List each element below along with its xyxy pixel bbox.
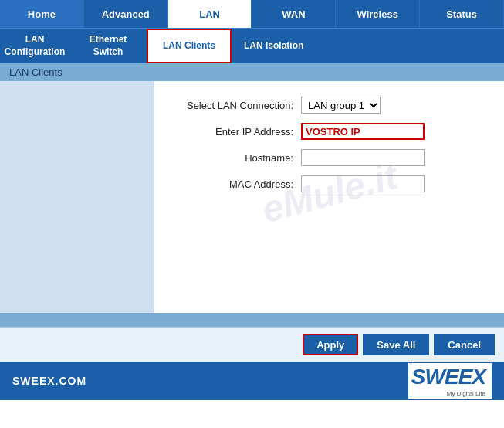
nav-lan[interactable]: LAN [168, 0, 252, 28]
subnav-lan-config[interactable]: LAN Configuration [0, 29, 69, 63]
sweex-tagline: My Digital Life [447, 390, 485, 397]
hostname-row: Hostname: [178, 149, 481, 166]
hostname-input[interactable] [301, 149, 425, 166]
ip-address-input[interactable] [301, 123, 425, 140]
select-lan-dropdown[interactable]: LAN group 1 LAN group 2 [301, 97, 381, 114]
mac-address-input[interactable] [301, 175, 425, 192]
breadcrumb: LAN Clients [0, 63, 504, 81]
nav-wan[interactable]: WAN [252, 0, 336, 28]
subnav-lan-isolation[interactable]: LAN Isolation [232, 29, 316, 63]
nav-home[interactable]: Home [0, 0, 84, 28]
sweex-text: SWEEX [411, 365, 485, 389]
save-all-button[interactable]: Save All [363, 334, 429, 355]
footer-brand: SWEEX.COM [12, 375, 86, 387]
action-bar: Apply Save All Cancel [0, 327, 504, 362]
cancel-button[interactable]: Cancel [434, 334, 495, 355]
select-lan-row: Select LAN Connection: LAN group 1 LAN g… [178, 97, 481, 114]
footer: SWEEX.COM SWEEX My Digital Life [0, 362, 504, 400]
sub-nav: LAN Configuration Ethernet Switch LAN Cl… [0, 28, 504, 63]
sidebar [0, 81, 154, 313]
sweex-logo: SWEEX My Digital Life [408, 363, 492, 399]
mac-address-row: MAC Address: [178, 175, 481, 192]
hostname-label: Hostname: [178, 152, 301, 164]
action-spacer [0, 313, 504, 327]
ip-address-label: Enter IP Address: [178, 126, 301, 138]
content-area: eMule.it Select LAN Connection: LAN grou… [0, 81, 504, 313]
select-lan-label: Select LAN Connection: [178, 100, 301, 111]
nav-status[interactable]: Status [420, 0, 504, 28]
mac-address-label: MAC Address: [178, 178, 301, 190]
top-nav: Home Advanced LAN WAN Wireless Status [0, 0, 504, 28]
subnav-lan-clients[interactable]: LAN Clients [147, 29, 232, 63]
apply-button[interactable]: Apply [303, 334, 358, 355]
sweex-box: SWEEX My Digital Life [408, 363, 492, 399]
nav-wireless[interactable]: Wireless [336, 0, 420, 28]
main-panel: eMule.it Select LAN Connection: LAN grou… [154, 81, 504, 313]
nav-advanced[interactable]: Advanced [84, 0, 168, 28]
subnav-ethernet-switch[interactable]: Ethernet Switch [69, 29, 147, 63]
ip-address-row: Enter IP Address: [178, 123, 481, 140]
